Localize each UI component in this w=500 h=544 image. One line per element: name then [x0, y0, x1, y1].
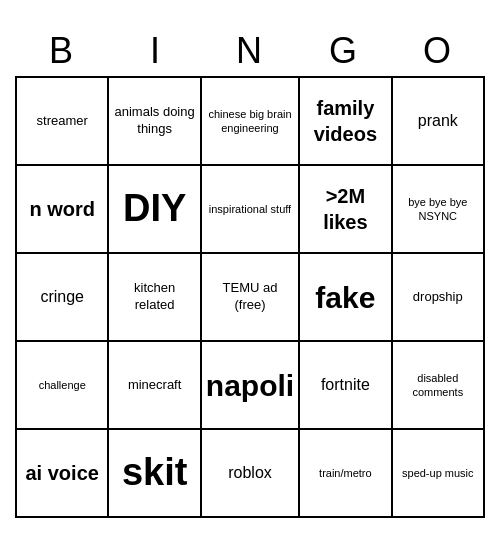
bingo-cell[interactable]: cringe — [17, 254, 109, 342]
bingo-cell[interactable]: streamer — [17, 78, 109, 166]
bingo-cell[interactable]: prank — [393, 78, 485, 166]
letter-i: I — [109, 26, 203, 76]
bingo-cell[interactable]: sped-up music — [393, 430, 485, 518]
bingo-cell[interactable]: TEMU ad (free) — [202, 254, 300, 342]
bingo-cell[interactable]: inspirational stuff — [202, 166, 300, 254]
bingo-cell[interactable]: challenge — [17, 342, 109, 430]
bingo-cell[interactable]: fortnite — [300, 342, 392, 430]
bingo-grid: streameranimals doing thingschinese big … — [15, 76, 485, 518]
bingo-cell[interactable]: >2M likes — [300, 166, 392, 254]
letter-g: G — [297, 26, 391, 76]
bingo-cell[interactable]: skit — [109, 430, 201, 518]
bingo-cell[interactable]: train/metro — [300, 430, 392, 518]
bingo-cell[interactable]: family videos — [300, 78, 392, 166]
bingo-cell[interactable]: dropship — [393, 254, 485, 342]
bingo-cell[interactable]: disabled comments — [393, 342, 485, 430]
bingo-cell[interactable]: kitchen related — [109, 254, 201, 342]
bingo-cell[interactable]: chinese big brain engineering — [202, 78, 300, 166]
bingo-cell[interactable]: roblox — [202, 430, 300, 518]
bingo-cell[interactable]: napoli — [202, 342, 300, 430]
letter-n: N — [203, 26, 297, 76]
bingo-cell[interactable]: ai voice — [17, 430, 109, 518]
bingo-cell[interactable]: bye bye bye NSYNC — [393, 166, 485, 254]
bingo-cell[interactable]: fake — [300, 254, 392, 342]
bingo-cell[interactable]: n word — [17, 166, 109, 254]
bingo-cell[interactable]: DIY — [109, 166, 201, 254]
bingo-header: B I N G O — [15, 26, 485, 76]
letter-o: O — [391, 26, 485, 76]
letter-b: B — [15, 26, 109, 76]
bingo-cell[interactable]: minecraft — [109, 342, 201, 430]
bingo-cell[interactable]: animals doing things — [109, 78, 201, 166]
bingo-card: B I N G O streameranimals doing thingsch… — [15, 26, 485, 518]
